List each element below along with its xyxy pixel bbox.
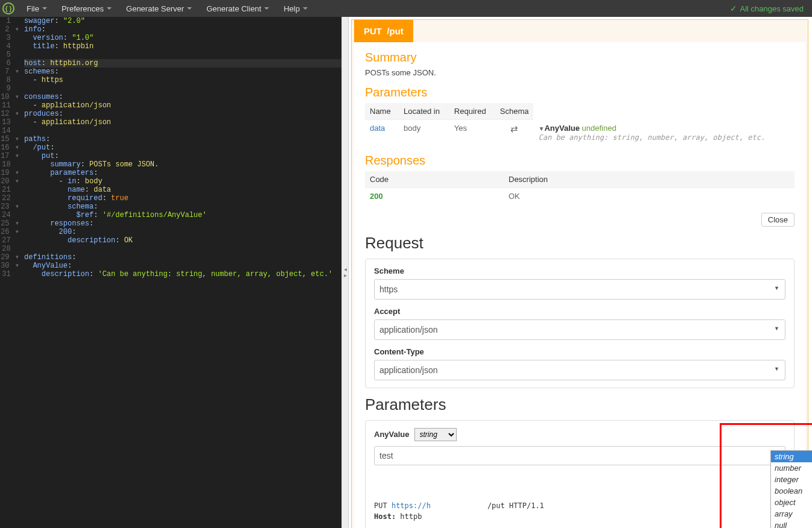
request-heading: Request [365,234,795,253]
param-located: body [399,120,449,145]
method-tab[interactable]: PUT /put [354,20,413,42]
scheme-label: Scheme [374,266,785,275]
type-option-null[interactable]: null [771,520,812,528]
summary-text: POSTs some JSON. [365,68,795,77]
resp-code: 200 [365,187,504,204]
swap-icon[interactable]: ⇄ [510,124,518,134]
preview-panel: PUT /put Summary POSTs some JSON. Parame… [349,17,812,528]
accept-select[interactable]: application/json [374,319,785,340]
th-code: Code [365,171,504,188]
type-option-number[interactable]: number [771,462,812,474]
resp-desc: OK [504,187,795,204]
request-parameters-heading: Parameters [365,395,795,414]
http-method: PUT [364,26,382,36]
param-value-input[interactable] [374,446,785,465]
type-option-string[interactable]: string [771,451,812,462]
grip-icon: ◂▸ [344,266,347,278]
save-status: ✓All changes saved [730,4,810,13]
th-located: Located in [399,103,449,120]
param-required: Yes [449,120,495,145]
topbar: { } File Preferences Generate Server Gen… [0,0,812,17]
type-option-boolean[interactable]: boolean [771,485,812,497]
parameters-table: Name Located in Required Schema data bod… [365,103,795,145]
request-params-panel: AnyValue string PUT https://hxxxxxxxxxxx… [365,420,795,529]
request-config-panel: Scheme https Accept application/json Con… [365,259,795,388]
close-button[interactable]: Close [761,213,795,227]
th-schema: Schema [495,103,534,120]
type-dropdown[interactable]: stringnumberintegerbooleanobjectarraynul… [770,450,812,528]
th-desc: Description [504,171,795,188]
caret-icon [264,7,269,10]
type-option-array[interactable]: array [771,508,812,520]
schema-desc: Can be anything: string, number, array, … [538,133,765,142]
caret-icon [187,7,192,10]
param-row: data body Yes ⇄ ▼AnyValue undefined Can … [365,120,795,145]
content-type-select[interactable]: application/json [374,360,785,380]
editor-gutter: 1 2 ▾3 4 5 6 7 ▾8 9 10 ▾11 12 ▾13 14 15 … [0,17,24,278]
split-handle[interactable]: ◂▸ [341,17,349,528]
caret-icon [107,7,112,10]
responses-table: Code Description 200 OK [365,171,795,204]
summary-heading: Summary [365,51,795,64]
type-option-object[interactable]: object [771,497,812,508]
menu-file[interactable]: File [19,0,54,17]
responses-heading: Responses [365,154,795,168]
endpoint-path: /put [387,26,404,36]
code-editor[interactable]: 1 2 ▾3 4 5 6 7 ▾8 9 10 ▾11 12 ▾13 14 15 … [0,17,341,528]
parameters-heading: Parameters [365,86,795,99]
editor-code[interactable]: swagger: "2.0"info: version: "1.0" title… [24,17,341,278]
logo-icon: { } [2,2,14,14]
th-name: Name [365,103,399,120]
response-row: 200 OK [365,187,795,204]
schema-toggle[interactable]: ▼AnyValue [538,124,579,133]
caret-icon [303,7,308,10]
type-select[interactable]: string [414,428,457,441]
scheme-select[interactable]: https [374,279,785,300]
menu-help[interactable]: Help [276,0,315,17]
menu-generate-server[interactable]: Generate Server [119,0,199,17]
content-type-label: Content-Type [374,347,785,356]
accept-label: Accept [374,307,785,316]
raw-request: PUT https://hxxxxxxxxxxxxx/put HTTP/1.1 … [374,500,785,522]
schema-type: undefined [582,124,617,133]
check-icon: ✓ [730,4,737,13]
th-required: Required [449,103,495,120]
param-name-link[interactable]: data [370,124,385,133]
menu-preferences[interactable]: Preferences [54,0,119,17]
req-param-name: AnyValue [374,430,410,439]
menu-generate-client[interactable]: Generate Client [199,0,276,17]
caret-icon [42,7,47,10]
type-option-integer[interactable]: integer [771,474,812,485]
